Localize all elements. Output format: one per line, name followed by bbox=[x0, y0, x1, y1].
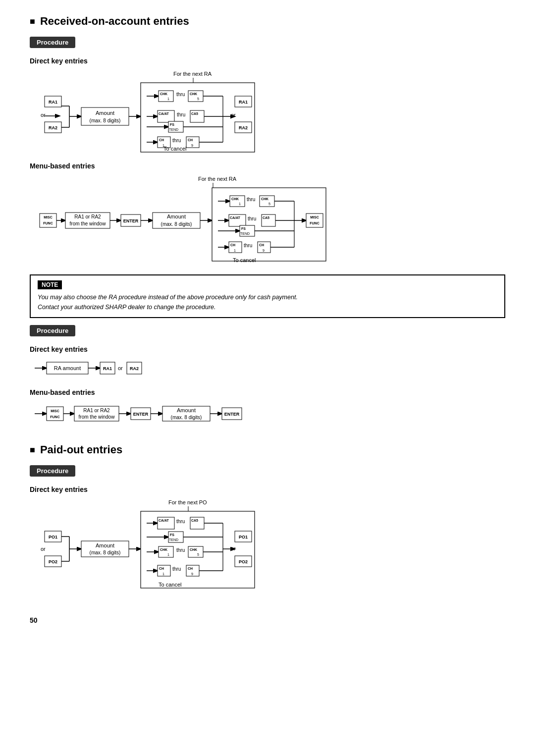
svg-text:RA2: RA2 bbox=[239, 125, 248, 130]
svg-text:CH: CH bbox=[159, 567, 164, 570]
svg-text:FUNC: FUNC bbox=[50, 415, 59, 419]
svg-text:9: 9 bbox=[263, 249, 265, 252]
svg-text:thru: thru bbox=[244, 243, 252, 248]
svg-text:ENTER: ENTER bbox=[133, 412, 149, 417]
procedure-badge-1: Procedure bbox=[30, 37, 75, 48]
svg-text:Amount: Amount bbox=[177, 407, 196, 413]
svg-text:PO2: PO2 bbox=[49, 559, 57, 564]
svg-text:thru: thru bbox=[176, 92, 185, 97]
svg-text:CA5: CA5 bbox=[263, 216, 269, 219]
svg-text:CH: CH bbox=[188, 567, 193, 570]
svg-text:from the window: from the window bbox=[79, 414, 115, 420]
section-title-roa: Received-on-account entries bbox=[30, 15, 505, 28]
svg-text:TEND: TEND bbox=[169, 128, 178, 131]
svg-text:PO2: PO2 bbox=[239, 559, 248, 564]
svg-text:CH: CH bbox=[188, 138, 193, 142]
svg-text:(max. 8 digits): (max. 8 digits) bbox=[161, 221, 192, 227]
svg-text:CHK: CHK bbox=[231, 197, 239, 201]
svg-text:or: or bbox=[41, 112, 46, 118]
svg-text:CHK: CHK bbox=[190, 92, 197, 96]
svg-text:Amount: Amount bbox=[96, 110, 114, 116]
svg-text:RA1 or RA2: RA1 or RA2 bbox=[74, 214, 101, 219]
svg-text:MISC: MISC bbox=[310, 216, 319, 219]
svg-text:or: or bbox=[41, 546, 46, 552]
svg-text:RA2: RA2 bbox=[49, 125, 57, 130]
svg-text:1: 1 bbox=[167, 553, 169, 556]
svg-text:thru: thru bbox=[247, 197, 255, 202]
direct-key-diagram-2: RA amount RA1 or RA2 bbox=[30, 357, 248, 379]
svg-text:RA2: RA2 bbox=[130, 366, 139, 371]
svg-text:FUNC: FUNC bbox=[310, 221, 319, 225]
svg-text:ENTER: ENTER bbox=[224, 412, 240, 417]
svg-text:MISC: MISC bbox=[51, 409, 59, 413]
svg-text:RA1: RA1 bbox=[103, 366, 112, 371]
svg-text:CA/AT: CA/AT bbox=[230, 216, 241, 219]
direct-key-diagram-3: For the next PO PO1 or PO2 Amount (max. … bbox=[30, 497, 416, 596]
svg-text:RA amount: RA amount bbox=[54, 365, 81, 371]
svg-text:1: 1 bbox=[239, 202, 241, 206]
svg-text:CHK: CHK bbox=[261, 197, 268, 201]
svg-text:or: or bbox=[231, 545, 236, 551]
svg-text:thru: thru bbox=[172, 566, 181, 572]
menu-based-heading-2: Menu-based entries bbox=[30, 388, 505, 396]
svg-text:from the window: from the window bbox=[70, 221, 107, 226]
menu-based-diagram-1: For the next RA MISC FUNC RA1 or RA2 fro… bbox=[30, 174, 436, 266]
svg-text:For the next PO: For the next PO bbox=[168, 499, 207, 505]
svg-text:FS: FS bbox=[170, 123, 174, 126]
svg-text:PO1: PO1 bbox=[239, 535, 248, 540]
svg-text:9: 9 bbox=[191, 144, 193, 147]
svg-text:TEND: TEND bbox=[169, 538, 178, 541]
svg-text:9: 9 bbox=[191, 572, 193, 576]
svg-text:thru: thru bbox=[176, 547, 185, 553]
svg-text:5: 5 bbox=[197, 553, 199, 556]
procedure-badge-2: Procedure bbox=[30, 325, 75, 336]
svg-text:1: 1 bbox=[162, 572, 164, 576]
svg-text:thru: thru bbox=[248, 216, 256, 221]
svg-text:5: 5 bbox=[268, 202, 270, 206]
svg-text:or: or bbox=[231, 112, 236, 118]
svg-text:or: or bbox=[118, 365, 123, 371]
svg-text:Amount: Amount bbox=[167, 214, 186, 219]
svg-text:ENTER: ENTER bbox=[123, 218, 139, 223]
note-text-1: You may also choose the RA procedure ins… bbox=[38, 292, 497, 312]
svg-text:FUNC: FUNC bbox=[43, 221, 53, 225]
svg-text:TEND: TEND bbox=[240, 232, 250, 235]
svg-text:RA1: RA1 bbox=[49, 100, 57, 105]
menu-based-diagram-2: MISC FUNC RA1 or RA2 from the window ENT… bbox=[30, 400, 357, 428]
page-number: 50 bbox=[30, 616, 38, 624]
svg-text:To cancel: To cancel bbox=[159, 582, 181, 588]
svg-text:(max. 8 digits): (max. 8 digits) bbox=[90, 118, 121, 123]
svg-text:thru: thru bbox=[177, 112, 185, 117]
svg-text:CA/AT: CA/AT bbox=[159, 519, 169, 522]
direct-key-heading-2: Direct key entries bbox=[30, 345, 505, 353]
svg-text:FS: FS bbox=[241, 227, 246, 230]
note-box-1: NOTE You may also choose the RA procedur… bbox=[30, 274, 505, 318]
note-badge-1: NOTE bbox=[38, 280, 62, 289]
svg-text:(max. 8 digits): (max. 8 digits) bbox=[90, 550, 121, 555]
svg-text:thru: thru bbox=[176, 519, 185, 524]
svg-text:CA5: CA5 bbox=[191, 519, 198, 522]
svg-text:CHK: CHK bbox=[160, 92, 167, 96]
svg-text:CH: CH bbox=[230, 243, 235, 247]
svg-text:Amount: Amount bbox=[96, 542, 114, 548]
svg-text:thru: thru bbox=[172, 138, 181, 143]
svg-text:To cancel: To cancel bbox=[163, 146, 186, 152]
svg-text:MISC: MISC bbox=[44, 216, 53, 219]
svg-text:CH: CH bbox=[259, 243, 264, 247]
svg-text:To cancel: To cancel bbox=[233, 257, 256, 263]
svg-text:CHK: CHK bbox=[190, 548, 197, 551]
svg-text:PO1: PO1 bbox=[49, 535, 57, 540]
svg-text:1: 1 bbox=[234, 249, 236, 252]
direct-key-heading-3: Direct key entries bbox=[30, 486, 505, 493]
svg-text:FS: FS bbox=[170, 533, 174, 537]
svg-text:CH: CH bbox=[159, 138, 164, 142]
svg-text:For the next RA: For the next RA bbox=[173, 71, 212, 77]
procedure-badge-3: Procedure bbox=[30, 465, 75, 477]
section-title-po: Paid-out entries bbox=[30, 443, 505, 456]
svg-text:For the next RA: For the next RA bbox=[198, 176, 237, 182]
menu-based-heading-1: Menu-based entries bbox=[30, 162, 505, 170]
direct-key-heading-1: Direct key entries bbox=[30, 57, 505, 65]
svg-text:CHK: CHK bbox=[160, 548, 167, 551]
svg-text:RA1 or RA2: RA1 or RA2 bbox=[83, 408, 110, 413]
svg-text:5: 5 bbox=[197, 97, 199, 101]
